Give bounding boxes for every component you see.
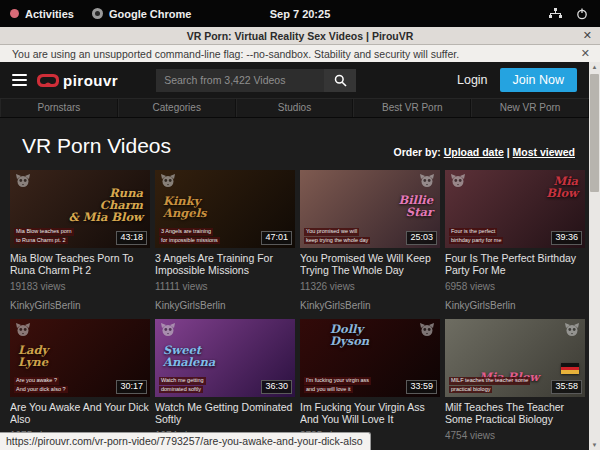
order-most-viewed-link[interactable]: Most viewed xyxy=(513,146,575,158)
duration-badge: 35:58 xyxy=(551,380,582,394)
window-close-icon[interactable]: ✕ xyxy=(583,29,592,42)
scroll-down-icon[interactable]: ▼ xyxy=(592,440,598,450)
nav-item-best-vr-porn[interactable]: Best VR Porn xyxy=(353,99,471,117)
video-thumbnail[interactable]: Kinky Angels 3 Angels are training for i… xyxy=(155,170,295,248)
thumb-caption-line: I'm fucking your virgin ass xyxy=(304,377,371,385)
video-card: Billie Star You promised we will keep tr… xyxy=(300,170,440,311)
window-title-bar: VR Porn: Virtual Reality Sex Videos | Pi… xyxy=(0,27,600,45)
video-studio-link[interactable]: KinkyGirlsBerlin xyxy=(300,300,440,311)
activities-label: Activities xyxy=(25,8,74,20)
video-thumbnail[interactable]: Billie Star You promised we will keep tr… xyxy=(300,170,440,248)
thumb-caption: Are you awake ? And your dick also ? xyxy=(14,377,68,393)
studio-watermark-icon xyxy=(160,174,176,192)
duration-badge: 33:59 xyxy=(406,380,437,394)
video-title-link[interactable]: You Promised We Will Keep Trying The Who… xyxy=(300,253,440,276)
nav-item-new-vr-porn[interactable]: New VR Porn xyxy=(471,99,589,117)
search-bar xyxy=(156,69,356,92)
video-card: Runa Charm & Mia Blow Mia Blow teaches p… xyxy=(10,170,150,311)
studio-watermark-icon xyxy=(419,174,435,192)
thumb-caption-line: You promised we will xyxy=(304,228,359,236)
login-link[interactable]: Login xyxy=(457,73,488,87)
video-title-link[interactable]: Im Fucking Your Virgin Ass And You Will … xyxy=(300,402,440,425)
video-card: Lady Lyne Are you awake ? And your dick … xyxy=(10,319,150,450)
search-input[interactable] xyxy=(156,69,324,92)
thumb-caption-line: 3 Angels are training xyxy=(159,228,213,236)
order-separator: | xyxy=(507,146,510,158)
thumb-caption-line: Four is the perfect xyxy=(449,228,497,236)
video-card: Kinky Angels 3 Angels are training for i… xyxy=(155,170,295,311)
thumb-caption: You promised we will keep trying the who… xyxy=(304,228,370,244)
site-logo-text: pirouvr xyxy=(63,72,118,89)
thumb-caption: MILF teaches the teacher some practical … xyxy=(449,377,530,393)
scrollbar[interactable]: ▲ ▼ xyxy=(589,62,600,450)
duration-badge: 36:30 xyxy=(261,380,292,394)
video-thumbnail[interactable]: Sweet Analena Watch me getting dominated… xyxy=(155,319,295,397)
active-app-menu[interactable]: Google Chrome xyxy=(92,8,192,20)
studio-watermark-icon xyxy=(160,323,176,341)
search-button[interactable] xyxy=(324,69,356,92)
video-title-link[interactable]: Are You Awake And Your Dick Also xyxy=(10,402,150,425)
video-card: Mia Blow Four is the perfect birthday pa… xyxy=(445,170,585,311)
activities-button[interactable]: Activities xyxy=(10,8,74,20)
desktop-top-bar: Activities Google Chrome Sep 7 20:25 xyxy=(0,0,600,27)
video-title-link[interactable]: Four Is The Perfect Birthday Party For M… xyxy=(445,253,585,276)
video-thumbnail[interactable]: Lady Lyne Are you awake ? And your dick … xyxy=(10,319,150,397)
thumb-caption-line: to Runa Charm pt. 2 xyxy=(14,237,68,245)
scroll-up-icon[interactable]: ▲ xyxy=(592,62,598,72)
video-title-link[interactable]: 3 Angels Are Training For Impossible Mis… xyxy=(155,253,295,276)
thumb-caption: Watch me getting dominated softly xyxy=(159,377,206,393)
site-logo[interactable]: pirouvr xyxy=(37,72,118,89)
video-thumbnail[interactable]: Dolly Dyson I'm fucking your virgin ass … xyxy=(300,319,440,397)
studio-watermark-icon xyxy=(419,323,435,341)
thumb-caption-line: Are you awake ? xyxy=(14,377,59,385)
video-grid: Runa Charm & Mia Blow Mia Blow teaches p… xyxy=(0,166,589,450)
duration-badge: 25:03 xyxy=(406,231,437,245)
vr-headset-icon xyxy=(37,74,59,87)
thumb-caption: Four is the perfect birthday party for m… xyxy=(449,228,503,244)
infobar-close-icon[interactable]: ✕ xyxy=(581,47,600,60)
thumb-caption-line: birthday party for me xyxy=(449,237,503,245)
order-upload-date-link[interactable]: Upload date xyxy=(444,146,504,158)
video-card: Sweet Analena Watch me getting dominated… xyxy=(155,319,295,450)
nav-item-pornstars[interactable]: Pornstars xyxy=(0,99,118,117)
status-url-tooltip: https://pirouvr.com/vr-porn-video/779325… xyxy=(0,432,371,450)
join-now-button[interactable]: Join Now xyxy=(500,68,577,92)
main-nav: PornstarsCategoriesStudiosBest VR PornNe… xyxy=(0,98,589,118)
video-thumbnail[interactable]: Runa Charm & Mia Blow Mia Blow teaches p… xyxy=(10,170,150,248)
video-title-link[interactable]: Milf Teaches The Teacher Some Practical … xyxy=(445,402,585,425)
power-icon[interactable] xyxy=(576,8,588,20)
video-studio-link[interactable]: KinkyGirlsBerlin xyxy=(10,300,150,311)
thumb-caption-line: and you will love it xyxy=(304,386,353,394)
search-icon xyxy=(334,74,347,87)
thumb-overlay-title: Runa Charm & Mia Blow xyxy=(68,187,143,223)
studio-watermark-icon xyxy=(564,323,580,341)
video-views: 11326 views xyxy=(300,281,440,292)
video-card: Dolly Dyson I'm fucking your virgin ass … xyxy=(300,319,440,450)
thumb-caption-line: keep trying the whole day xyxy=(304,237,370,245)
site-header: pirouvr Login Join Now xyxy=(0,62,589,98)
chrome-infobar: You are using an unsupported command-lin… xyxy=(0,45,600,63)
menu-icon[interactable] xyxy=(12,74,27,86)
window-title: VR Porn: Virtual Reality Sex Videos | Pi… xyxy=(187,30,414,42)
nav-item-categories[interactable]: Categories xyxy=(118,99,236,117)
order-by-label: Order by: xyxy=(393,146,440,158)
video-thumbnail[interactable]: Mia Blow MILF teaches the teacher some p… xyxy=(445,319,585,397)
order-by: Order by: Upload date | Most viewed xyxy=(393,146,575,158)
thumb-caption-line: practical biology xyxy=(449,386,492,394)
clock[interactable]: Sep 7 20:25 xyxy=(270,8,331,20)
screen: Activities Google Chrome Sep 7 20:25 VR … xyxy=(0,0,600,450)
studio-watermark-icon xyxy=(15,174,31,192)
video-title-link[interactable]: Mia Blow Teaches Porn To Runa Charm Pt 2 xyxy=(10,253,150,276)
nav-item-studios[interactable]: Studios xyxy=(236,99,354,117)
video-studio-link[interactable]: KinkyGirlsBerlin xyxy=(155,300,295,311)
video-views: 4754 views xyxy=(445,430,585,441)
video-views: 11111 views xyxy=(155,281,295,292)
video-thumbnail[interactable]: Mia Blow Four is the perfect birthday pa… xyxy=(445,170,585,248)
network-icon[interactable] xyxy=(549,8,562,19)
video-studio-link[interactable]: KinkyGirlsBerlin xyxy=(445,300,585,311)
chrome-icon xyxy=(92,8,103,19)
thumb-caption: I'm fucking your virgin ass and you will… xyxy=(304,377,371,393)
infobar-message: You are using an unsupported command-lin… xyxy=(0,48,581,60)
scrollbar-thumb[interactable] xyxy=(590,74,599,192)
video-title-link[interactable]: Watch Me Getting Dominated Softly xyxy=(155,402,295,425)
